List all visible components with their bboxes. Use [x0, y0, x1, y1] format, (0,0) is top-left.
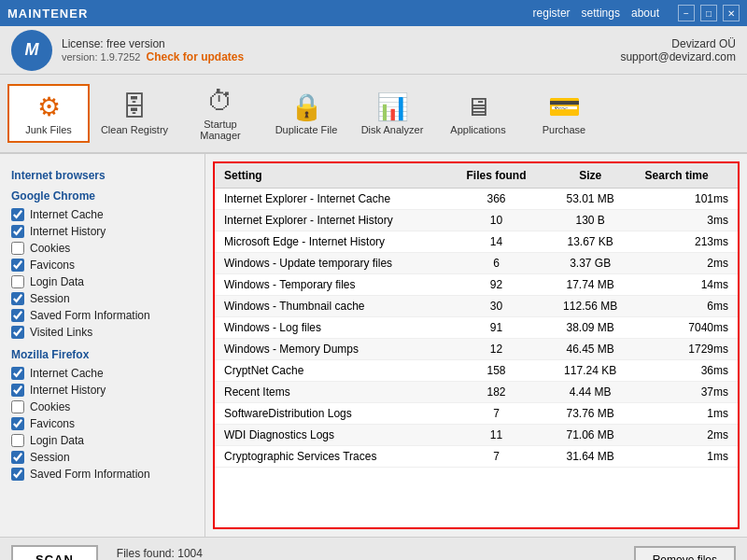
scan-table-wrapper: Setting Files found Size Search time Int…: [213, 161, 740, 529]
firefox-label-6: Saved Form Information: [30, 468, 150, 481]
apps-icon: 🖥: [465, 91, 491, 122]
chrome-checkbox-7[interactable]: [11, 326, 24, 339]
table-row[interactable]: Windows - Temporary files9217.74 MB14ms: [215, 274, 738, 296]
firefox-item-6[interactable]: Saved Form Information: [11, 466, 193, 483]
table-row[interactable]: Windows - Thumbnail cache30112.56 MB6ms: [215, 296, 738, 317]
col-setting: Setting: [215, 163, 447, 189]
chrome-item-0[interactable]: Internet Cache: [11, 206, 193, 223]
firefox-item-1[interactable]: Internet History: [11, 382, 193, 399]
table-row[interactable]: Cryptographic Services Traces731.64 MB1m…: [215, 446, 738, 468]
toolbar-item-registry[interactable]: 🗄 Clean Registry: [93, 84, 176, 143]
table-row[interactable]: Recent Items1824.44 MB37ms: [215, 382, 738, 403]
cell-setting: CryptNet Cache: [215, 360, 447, 382]
settings-link[interactable]: settings: [582, 7, 620, 20]
toolbar-item-duplicate[interactable]: 🔒 Duplicate File: [265, 84, 347, 143]
license-label: License: free version: [62, 37, 244, 50]
firefox-label-3: Favicons: [30, 417, 75, 430]
cell-size: 73.76 MB: [545, 403, 636, 425]
cell-setting: Windows - Temporary files: [215, 274, 447, 296]
cell-setting: Windows - Log files: [215, 317, 447, 339]
chrome-checkbox-0[interactable]: [11, 208, 24, 221]
table-row[interactable]: Internet Explorer - Internet History1013…: [215, 210, 738, 231]
cell-time: 14ms: [636, 274, 738, 296]
firefox-item-4[interactable]: Login Data: [11, 432, 193, 449]
table-row[interactable]: Windows - Update temporary files63.37 GB…: [215, 253, 738, 274]
close-button[interactable]: ✕: [723, 5, 740, 21]
toolbar: ⚙ Junk Files 🗄 Clean Registry ⏱ Startup …: [0, 75, 747, 154]
chrome-checkbox-3[interactable]: [11, 259, 24, 272]
chrome-item-2[interactable]: Cookies: [11, 240, 193, 257]
firefox-checkbox-2[interactable]: [11, 400, 24, 413]
junk-label: Junk Files: [25, 124, 72, 135]
maximize-button[interactable]: □: [700, 5, 717, 21]
license-right: Devizard OÜ support@devizard.com: [620, 37, 736, 63]
register-link[interactable]: register: [533, 7, 571, 20]
toolbar-item-disk[interactable]: 📊 Disk Analyzer: [351, 84, 433, 143]
firefox-label-5: Session: [30, 451, 70, 464]
chrome-item-4[interactable]: Login Data: [11, 273, 193, 290]
chrome-checkbox-1[interactable]: [11, 225, 24, 238]
chrome-label-4: Login Data: [30, 275, 84, 288]
table-row[interactable]: Microsoft Edge - Internet History1413.67…: [215, 231, 738, 253]
firefox-label-1: Internet History: [30, 384, 106, 397]
firefox-checkbox-3[interactable]: [11, 417, 24, 430]
cell-files: 7: [447, 446, 544, 468]
table-body: Internet Explorer - Internet Cache36653.…: [215, 189, 738, 468]
toolbar-item-startup[interactable]: ⏱ Startup Manager: [179, 78, 261, 148]
cell-size: 4.44 MB: [545, 382, 636, 403]
cell-files: 91: [447, 317, 544, 339]
license-bar: M License: free version version: 1.9.725…: [0, 26, 747, 75]
cell-files: 92: [447, 274, 544, 296]
firefox-checkbox-1[interactable]: [11, 384, 24, 397]
table-row[interactable]: Internet Explorer - Internet Cache36653.…: [215, 189, 738, 210]
toolbar-item-apps[interactable]: 🖥 Applications: [437, 84, 519, 143]
firefox-checkbox-5[interactable]: [11, 451, 24, 464]
firefox-item-2[interactable]: Cookies: [11, 399, 193, 415]
table-row[interactable]: Windows - Memory Dumps1246.45 MB1729ms: [215, 339, 738, 360]
title-bar: MAINTENER register settings about − □ ✕: [0, 0, 747, 26]
firefox-item-3[interactable]: Favicons: [11, 415, 193, 432]
firefox-item-5[interactable]: Session: [11, 449, 193, 466]
cell-time: 37ms: [636, 382, 738, 403]
startup-label: Startup Manager: [185, 119, 256, 141]
window-controls: − □ ✕: [678, 5, 740, 21]
table-row[interactable]: SoftwareDistribution Logs773.76 MB1ms: [215, 403, 738, 425]
cell-setting: Internet Explorer - Internet History: [215, 210, 447, 231]
chrome-item-3[interactable]: Favicons: [11, 257, 193, 273]
duplicate-label: Duplicate File: [275, 124, 338, 135]
firefox-item-0[interactable]: Internet Cache: [11, 365, 193, 382]
minimize-button[interactable]: −: [678, 5, 695, 21]
table-row[interactable]: CryptNet Cache158117.24 KB36ms: [215, 360, 738, 382]
stats-block: Files found: 1004 Total size: 3.83 GB: [117, 547, 615, 561]
toolbar-item-junk[interactable]: ⚙ Junk Files: [7, 84, 90, 143]
cell-files: 10: [447, 210, 544, 231]
check-update-link[interactable]: Check for updates: [147, 50, 245, 63]
firefox-checkbox-0[interactable]: [11, 367, 24, 380]
toolbar-item-purchase[interactable]: 💳 Purchase: [523, 84, 605, 143]
chrome-item-5[interactable]: Session: [11, 290, 193, 307]
chrome-item-7[interactable]: Visited Links: [11, 324, 193, 341]
duplicate-icon: 🔒: [290, 91, 323, 122]
table-row[interactable]: Windows - Log files9138.09 MB7040ms: [215, 317, 738, 339]
remove-files-button[interactable]: Remove files: [634, 546, 736, 561]
table-row[interactable]: WDI Diagnostics Logs1171.06 MB2ms: [215, 425, 738, 446]
about-link[interactable]: about: [631, 7, 659, 20]
chrome-item-1[interactable]: Internet History: [11, 223, 193, 240]
firefox-items: Internet CacheInternet HistoryCookiesFav…: [11, 365, 193, 483]
chrome-label-1: Internet History: [30, 225, 106, 238]
cell-size: 38.09 MB: [545, 317, 636, 339]
col-size: Size: [545, 163, 636, 189]
main-area: Internet browsers Google Chrome Internet…: [0, 154, 747, 537]
company-name: Devizard OÜ: [620, 37, 736, 50]
browsers-section-title: Internet browsers: [11, 169, 193, 182]
chrome-checkbox-4[interactable]: [11, 275, 24, 288]
chrome-items: Internet CacheInternet HistoryCookiesFav…: [11, 206, 193, 341]
chrome-checkbox-6[interactable]: [11, 309, 24, 322]
scan-button[interactable]: SCAN: [11, 545, 98, 560]
chrome-checkbox-2[interactable]: [11, 242, 24, 255]
firefox-checkbox-6[interactable]: [11, 468, 24, 481]
cell-size: 130 B: [545, 210, 636, 231]
chrome-item-6[interactable]: Saved Form Information: [11, 307, 193, 324]
chrome-checkbox-5[interactable]: [11, 292, 24, 305]
firefox-checkbox-4[interactable]: [11, 434, 24, 447]
